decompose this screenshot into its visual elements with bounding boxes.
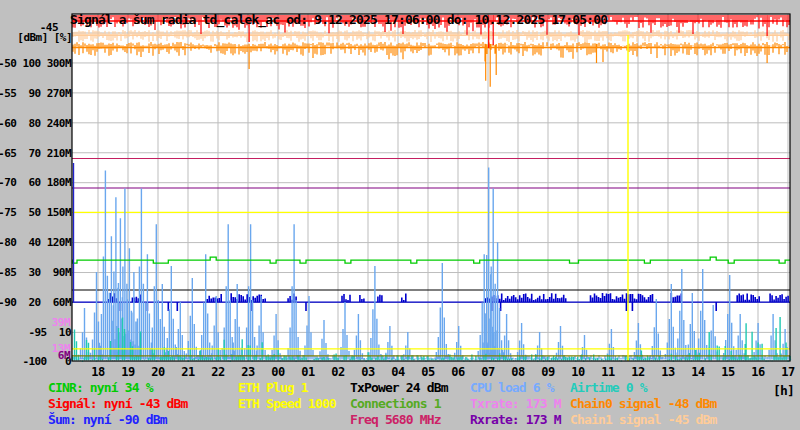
- x-axis-hour-label: 03: [361, 365, 374, 379]
- x-axis-hour-label: 19: [121, 365, 134, 379]
- x-axis-hour-label: 22: [211, 365, 224, 379]
- x-axis-hour-label: 04: [391, 365, 404, 379]
- y-axis-row-label: -55 90 270M: [0, 87, 71, 100]
- x-axis-hour-label: 17: [781, 365, 794, 379]
- y-axis-row-label: -90 20 60M: [0, 296, 71, 309]
- y-axis-row-label: -70 60 180M: [0, 176, 71, 189]
- legend-item-connections: Connections 1: [350, 396, 441, 411]
- x-axis-hour-label: 20: [151, 365, 164, 379]
- legend-item-chain0: Chain0 signal -48 dBm: [570, 396, 717, 411]
- x-axis-hour-label: 18: [91, 365, 104, 379]
- x-axis-hour-label: 08: [511, 365, 524, 379]
- legend-item-airtime: Airtime 0 %: [570, 380, 647, 395]
- x-axis-hour-label: 09: [541, 365, 554, 379]
- y-axis-row-label: -60 80 240M: [0, 117, 71, 130]
- rate-mark-label: 39M: [52, 316, 70, 329]
- legend-item-rxrate: Rxrate: 173 M: [470, 412, 561, 427]
- x-axis-hour-label: 02: [331, 365, 344, 379]
- x-axis-unit-label: [h]: [773, 383, 794, 398]
- legend-item-noise: Šum: nyní -90 dBm: [48, 412, 167, 427]
- x-axis-hour-label: 15: [721, 365, 734, 379]
- chart-title: Signál a šum radia td_calek_ac od: 9.12.…: [70, 12, 607, 27]
- x-axis-hour-label: 13: [661, 365, 674, 379]
- x-axis-hour-label: 00: [271, 365, 284, 379]
- legend-item-chain1: Chain1 signal -45 dBm: [570, 412, 717, 427]
- x-axis-hour-label: 05: [421, 365, 434, 379]
- x-axis-hour-label: 11: [601, 365, 614, 379]
- x-axis-hour-label: 01: [301, 365, 314, 379]
- x-axis-hour-label: 07: [481, 365, 494, 379]
- y-axis-row-label: -75 50 150M: [0, 206, 71, 219]
- legend-item-signal: Signál: nyní -43 dBm: [48, 396, 188, 411]
- x-axis-hour-label: 16: [751, 365, 764, 379]
- x-axis-hour-label: 10: [571, 365, 584, 379]
- x-axis-hour-label: 21: [181, 365, 194, 379]
- legend-item-freq: Freq 5680 MHz: [350, 412, 441, 427]
- legend-item-txpower: TxPower 24 dBm: [350, 380, 448, 395]
- legend-item-cinr: CINR: nyní 34 %: [48, 380, 153, 395]
- x-axis-hour-label: 06: [451, 365, 464, 379]
- legend-item-txrate: Txrate: 173 M: [470, 396, 561, 411]
- rrd-signal-graph: Signál a šum radia td_calek_ac od: 9.12.…: [0, 0, 800, 430]
- y-axis-row-label: -50 100 300M: [0, 57, 71, 70]
- x-axis-hour-label: 12: [631, 365, 644, 379]
- y-axis-row-label: -80 40 120M: [0, 236, 71, 249]
- legend-item-eth-plug: ETH Plug 1: [238, 380, 308, 395]
- legend-item-eth-speed: ETH Speed 1000: [238, 396, 336, 411]
- y-axis-unit-label: [dBm] [%]: [17, 31, 72, 44]
- x-axis-hour-label: 23: [241, 365, 254, 379]
- y-axis-row-label: -85 30 90M: [0, 266, 71, 279]
- legend-item-cpu-load: CPU load 6 %: [470, 380, 554, 395]
- rate-mark-label: 6M: [58, 349, 70, 362]
- x-axis-hour-label: 14: [691, 365, 704, 379]
- y-axis-row-label: -65 70 210M: [0, 147, 71, 160]
